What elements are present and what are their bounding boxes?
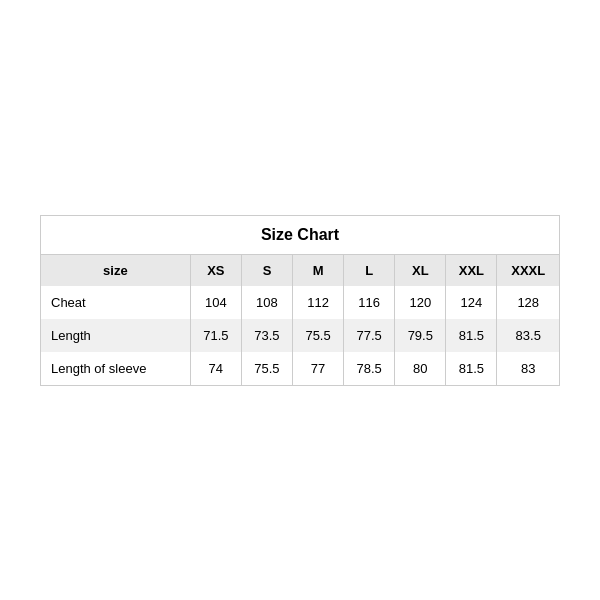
row-2-col-0: 74 <box>190 352 241 385</box>
row-1-col-2: 75.5 <box>293 319 344 352</box>
row-2-col-5: 81.5 <box>446 352 497 385</box>
row-1-label: Length <box>41 319 190 352</box>
row-0-col-5: 124 <box>446 286 497 319</box>
header-col-1: XS <box>190 255 241 286</box>
row-0-col-6: 128 <box>497 286 559 319</box>
row-0-col-1: 108 <box>241 286 292 319</box>
size-chart-container: Size Chart sizeXSSMLXLXXLXXXL Cheat10410… <box>40 215 560 386</box>
header-col-7: XXXL <box>497 255 559 286</box>
row-0-col-4: 120 <box>395 286 446 319</box>
row-0-col-3: 116 <box>344 286 395 319</box>
size-chart-table: sizeXSSMLXLXXLXXXL Cheat1041081121161201… <box>41 255 559 385</box>
row-0-col-2: 112 <box>293 286 344 319</box>
table-header-row: sizeXSSMLXLXXLXXXL <box>41 255 559 286</box>
row-2-col-1: 75.5 <box>241 352 292 385</box>
row-1-col-4: 79.5 <box>395 319 446 352</box>
row-2-col-3: 78.5 <box>344 352 395 385</box>
row-1-col-0: 71.5 <box>190 319 241 352</box>
table-row: Length of sleeve7475.57778.58081.583 <box>41 352 559 385</box>
table-row: Length71.573.575.577.579.581.583.5 <box>41 319 559 352</box>
row-0-label: Cheat <box>41 286 190 319</box>
row-0-col-0: 104 <box>190 286 241 319</box>
header-col-3: M <box>293 255 344 286</box>
table-row: Cheat104108112116120124128 <box>41 286 559 319</box>
header-col-6: XXL <box>446 255 497 286</box>
header-col-4: L <box>344 255 395 286</box>
header-col-5: XL <box>395 255 446 286</box>
row-1-col-1: 73.5 <box>241 319 292 352</box>
row-1-col-6: 83.5 <box>497 319 559 352</box>
row-1-col-5: 81.5 <box>446 319 497 352</box>
row-2-col-4: 80 <box>395 352 446 385</box>
header-col-0: size <box>41 255 190 286</box>
table-title: Size Chart <box>41 216 559 255</box>
row-2-col-6: 83 <box>497 352 559 385</box>
row-1-col-3: 77.5 <box>344 319 395 352</box>
header-col-2: S <box>241 255 292 286</box>
table-body: Cheat104108112116120124128Length71.573.5… <box>41 286 559 385</box>
row-2-col-2: 77 <box>293 352 344 385</box>
row-2-label: Length of sleeve <box>41 352 190 385</box>
